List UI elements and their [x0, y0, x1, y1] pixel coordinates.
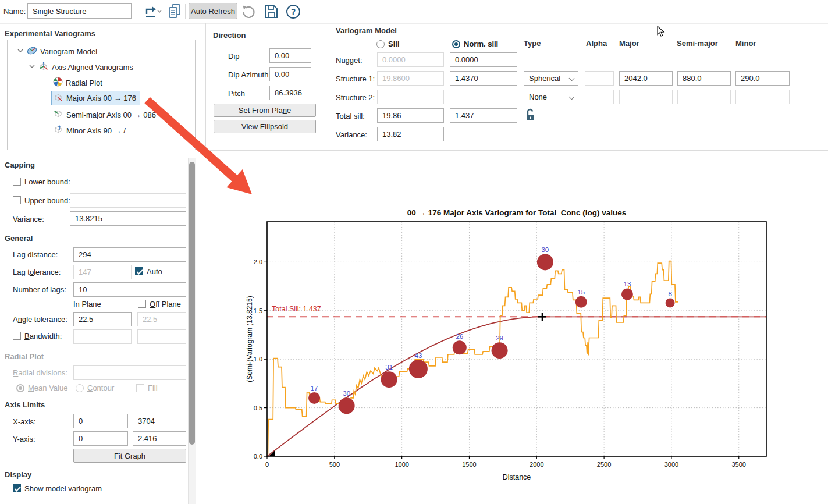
pitch-input[interactable]: 86.3936 — [269, 86, 311, 100]
dip-azimuth-label: Dip Azimuth — [228, 70, 268, 79]
tree-item-major-axis[interactable]: Major Axis 00 → 176 — [51, 91, 140, 105]
structure1-type-dropdown[interactable]: Spherical — [524, 71, 578, 86]
svg-text:?: ? — [291, 7, 296, 16]
upper-bound-input[interactable] — [70, 193, 186, 208]
tree-item-minor-axis[interactable]: Minor Axis 90 → / — [53, 123, 126, 138]
variogram-tree: Variogram Model Axis Aligned Variograms … — [7, 40, 196, 150]
sill-radio-label: Sill — [388, 40, 400, 48]
structure2-semi-major-input[interactable] — [677, 90, 731, 104]
y-axis-min-input[interactable]: 0 — [73, 431, 128, 446]
structure1-major-input[interactable]: 2042.0 — [619, 71, 673, 86]
total-sill-norm-input[interactable]: 1.437 — [450, 108, 517, 123]
chevron-down-icon[interactable] — [17, 47, 24, 56]
svg-text:0.0: 0.0 — [254, 453, 262, 460]
tree-item-radial-plot[interactable]: Radial Plot — [53, 75, 102, 90]
structure2-minor-input[interactable] — [735, 90, 790, 104]
in-plane-label: In Plane — [73, 300, 101, 308]
undo-icon[interactable] — [240, 3, 257, 22]
structure2-major-input[interactable] — [619, 90, 673, 104]
sill-radio[interactable] — [376, 40, 385, 48]
mouse-cursor — [657, 26, 666, 39]
svg-text:3000: 3000 — [664, 461, 678, 468]
svg-text:500: 500 — [329, 461, 340, 468]
mean-value-radio[interactable] — [16, 384, 24, 392]
lower-bound-input[interactable] — [70, 175, 186, 189]
y-axis-max-input[interactable]: 2.416 — [133, 431, 186, 446]
tree-item-label: Axis Aligned Variograms — [52, 63, 133, 72]
tree-item-label: Semi-major Axis 00 → 086 — [66, 111, 156, 119]
svg-text:26: 26 — [456, 333, 463, 340]
bandwidth-label: Bandwidth: — [24, 332, 62, 340]
tree-item-semi-major-axis[interactable]: Semi-major Axis 00 → 086 — [53, 107, 156, 122]
dip-label: Dip — [228, 52, 240, 61]
bandwidth-off-plane-input[interactable] — [137, 329, 186, 344]
nugget-label: Nugget: — [336, 56, 363, 65]
nugget-sill-input[interactable]: 0.0000 — [377, 52, 444, 67]
angle-tolerance-off-plane-input[interactable]: 22.5 — [137, 312, 186, 326]
tree-item-label: Variogram Model — [40, 47, 97, 56]
upper-bound-checkbox[interactable] — [13, 196, 21, 204]
structure2-alpha-input[interactable] — [585, 90, 614, 104]
off-plane-checkbox[interactable] — [138, 300, 146, 308]
svg-text:8: 8 — [668, 290, 671, 297]
capping-variance-input[interactable]: 13.8215 — [70, 211, 186, 226]
structure2-type-dropdown[interactable]: None — [524, 90, 578, 104]
svg-text:2.0: 2.0 — [254, 258, 262, 265]
tree-item-variogram-model[interactable]: Variogram Model — [17, 44, 97, 59]
svg-text:0.5: 0.5 — [254, 404, 262, 411]
svg-text:17: 17 — [311, 385, 318, 392]
nugget-norm-input[interactable]: 0.0000 — [450, 52, 517, 67]
dip-azimuth-input[interactable]: 0.00 — [269, 67, 311, 81]
bandwidth-checkbox[interactable] — [13, 332, 21, 340]
off-plane-label: Off Plane — [150, 300, 181, 308]
svg-text:13: 13 — [624, 281, 631, 288]
norm-sill-radio[interactable] — [452, 40, 460, 48]
tree-item-axis-aligned-variograms[interactable]: Axis Aligned Variograms — [29, 59, 133, 74]
left-panel-scrollbar-thumb[interactable] — [189, 162, 195, 445]
variogram-chart[interactable]: Total Sill: 1.43717303143262930151380500… — [244, 205, 780, 490]
set-from-plane-button[interactable]: Set From Plane — [214, 104, 316, 117]
structure1-minor-input[interactable]: 290.0 — [735, 71, 790, 86]
angle-tolerance-in-plane-input[interactable]: 22.5 — [73, 312, 132, 326]
bandwidth-in-plane-input[interactable] — [73, 329, 132, 344]
export-arrow-icon[interactable] — [143, 3, 162, 22]
help-icon[interactable]: ? — [285, 3, 302, 22]
structure1-norm-input[interactable]: 1.4370 — [450, 71, 517, 86]
chevron-down-icon[interactable] — [29, 63, 35, 72]
auto-refresh-button[interactable]: Auto Refresh — [189, 3, 237, 19]
view-ellipsoid-button[interactable]: View Ellipsoid — [214, 120, 316, 133]
svg-text:43: 43 — [415, 352, 422, 359]
contour-radio[interactable] — [76, 384, 84, 392]
name-input[interactable]: Single Structure — [27, 3, 132, 19]
structure1-semi-major-input[interactable]: 880.0 — [677, 71, 731, 86]
fit-graph-button[interactable]: Fit Graph — [73, 449, 186, 463]
number-of-lags-input[interactable]: 10 — [73, 282, 186, 297]
tree-item-label: Radial Plot — [66, 79, 102, 87]
structure2-norm-input[interactable] — [450, 90, 517, 104]
x-axis-max-input[interactable]: 3704 — [133, 414, 186, 428]
radial-divisions-input[interactable] — [73, 365, 186, 380]
structure1-sill-input[interactable]: 19.8600 — [377, 71, 444, 86]
lag-distance-input[interactable]: 294 — [73, 247, 186, 262]
capping-variance-label: Variance: — [13, 215, 44, 223]
model-variance-input[interactable]: 13.82 — [377, 127, 444, 141]
model-variance-label: Variance: — [336, 130, 367, 139]
lower-bound-checkbox[interactable] — [13, 178, 21, 186]
structure2-sill-input[interactable] — [377, 90, 444, 104]
fill-checkbox[interactable] — [136, 384, 144, 392]
y-axis-label: Y-axis: — [13, 435, 35, 443]
total-sill-input[interactable]: 19.86 — [377, 108, 444, 123]
copy-icon[interactable] — [166, 2, 183, 22]
experimental-variograms-header: Experimental Variograms — [5, 29, 95, 38]
dip-input[interactable]: 0.00 — [269, 48, 311, 63]
x-axis-min-input[interactable]: 0 — [73, 414, 128, 428]
lag-tolerance-input[interactable]: 147 — [73, 265, 132, 279]
show-model-variogram-checkbox[interactable] — [13, 484, 21, 492]
unlock-icon[interactable] — [524, 108, 536, 124]
structure1-alpha-input[interactable] — [585, 71, 614, 86]
svg-text:1.0: 1.0 — [254, 356, 262, 363]
svg-text:Total Sill: 1.437: Total Sill: 1.437 — [272, 305, 321, 313]
major-axis-icon — [53, 93, 63, 104]
auto-checkbox[interactable] — [135, 267, 143, 275]
save-icon[interactable] — [262, 3, 280, 22]
